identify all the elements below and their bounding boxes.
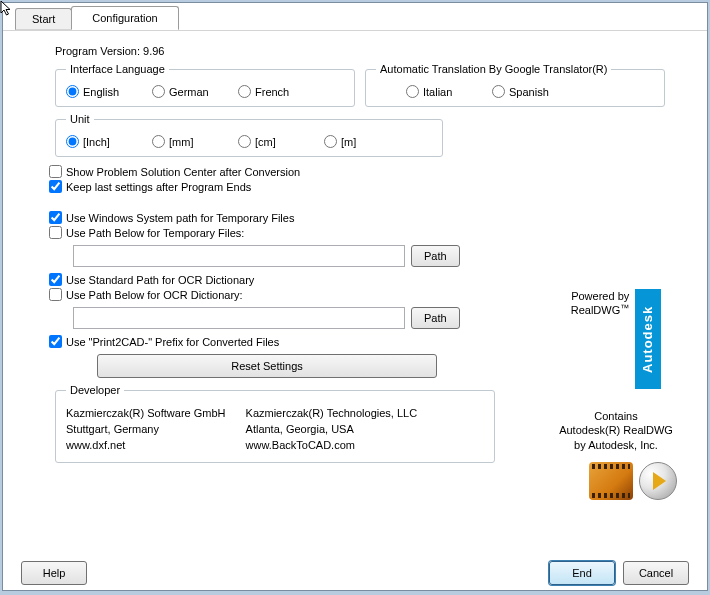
radio-english[interactable]: English bbox=[66, 85, 138, 98]
tab-bar: Start Configuration bbox=[3, 3, 707, 31]
auto-translation-legend: Automatic Translation By Google Translat… bbox=[376, 63, 611, 75]
temp-path-button[interactable]: Path bbox=[411, 245, 460, 267]
contains-line1: Contains bbox=[551, 409, 681, 423]
mouse-cursor-icon bbox=[0, 0, 16, 16]
dialog-footer: Help End Cancel bbox=[3, 554, 707, 590]
ocr-path-button[interactable]: Path bbox=[411, 307, 460, 329]
auto-translation-group: Automatic Translation By Google Translat… bbox=[365, 63, 665, 107]
dev-col2-addr: Atlanta, Georgia, USA bbox=[246, 422, 418, 438]
temp-path-input[interactable] bbox=[73, 245, 405, 267]
radio-m[interactable]: [m] bbox=[324, 135, 396, 148]
radio-inch[interactable]: [Inch] bbox=[66, 135, 138, 148]
interface-language-legend: Interface Language bbox=[66, 63, 169, 75]
contains-line3: by Autodesk, Inc. bbox=[551, 438, 681, 452]
dialog-window: Start Configuration Program Version: 9.9… bbox=[2, 2, 708, 591]
end-button[interactable]: End bbox=[549, 561, 615, 585]
autodesk-logo-icon: Autodesk bbox=[635, 289, 661, 389]
radio-italian[interactable]: Italian bbox=[406, 85, 478, 98]
checkbox-keep-last[interactable]: Keep last settings after Program Ends bbox=[49, 180, 689, 193]
radio-mm[interactable]: [mm] bbox=[152, 135, 224, 148]
checkbox-show-problem[interactable]: Show Problem Solution Center after Conve… bbox=[49, 165, 689, 178]
dev-col1-addr: Stuttgart, Germany bbox=[66, 422, 226, 438]
checkbox-use-below-temp[interactable]: Use Path Below for Temporary Files: bbox=[49, 226, 689, 239]
unit-group: Unit [Inch] [mm] [cm] [m] bbox=[55, 113, 443, 157]
contains-line2: Autodesk(R) RealDWG bbox=[551, 423, 681, 437]
radio-spanish[interactable]: Spanish bbox=[492, 85, 564, 98]
radio-german[interactable]: German bbox=[152, 85, 224, 98]
ocr-path-input[interactable] bbox=[73, 307, 405, 329]
dev-col2-url: www.BackToCAD.com bbox=[246, 438, 418, 454]
program-version-label: Program Version: 9.96 bbox=[55, 45, 689, 57]
cancel-button[interactable]: Cancel bbox=[623, 561, 689, 585]
reset-settings-button[interactable]: Reset Settings bbox=[97, 354, 437, 378]
developer-group: Developer Kazmierczak(R) Software GmbH S… bbox=[55, 384, 495, 463]
help-button[interactable]: Help bbox=[21, 561, 87, 585]
dev-col2-name: Kazmierczak(R) Technologies, LLC bbox=[246, 406, 418, 422]
checkbox-use-std-ocr[interactable]: Use Standard Path for OCR Dictionary bbox=[49, 273, 689, 286]
unit-legend: Unit bbox=[66, 113, 94, 125]
checkbox-use-win-temp[interactable]: Use Windows System path for Temporary Fi… bbox=[49, 211, 689, 224]
realdwg-label: RealDWG™ bbox=[571, 303, 630, 317]
powered-by-label: Powered by bbox=[571, 289, 630, 303]
film-icon[interactable] bbox=[589, 462, 633, 500]
tab-start[interactable]: Start bbox=[15, 8, 72, 30]
tab-content: Program Version: 9.96 Interface Language… bbox=[3, 31, 707, 554]
play-icon[interactable] bbox=[639, 462, 677, 500]
interface-language-group: Interface Language English German French bbox=[55, 63, 355, 107]
autodesk-panel: Powered by RealDWG™ Autodesk Contains Au… bbox=[551, 289, 681, 452]
radio-french[interactable]: French bbox=[238, 85, 310, 98]
developer-legend: Developer bbox=[66, 384, 124, 396]
radio-cm[interactable]: [cm] bbox=[238, 135, 310, 148]
dev-col1-name: Kazmierczak(R) Software GmbH bbox=[66, 406, 226, 422]
dev-col1-url: www.dxf.net bbox=[66, 438, 226, 454]
tab-configuration[interactable]: Configuration bbox=[71, 6, 178, 30]
